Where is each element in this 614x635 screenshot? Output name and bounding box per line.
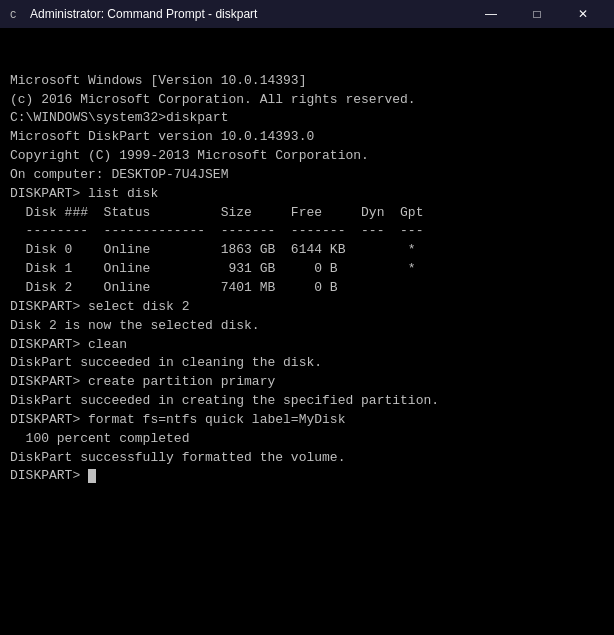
svg-text:C: C	[10, 9, 16, 21]
console-line: Microsoft Windows [Version 10.0.14393]	[10, 72, 604, 91]
title-bar: C Administrator: Command Prompt - diskpa…	[0, 0, 614, 28]
console-line: DISKPART> select disk 2	[10, 298, 604, 317]
window: C Administrator: Command Prompt - diskpa…	[0, 0, 614, 635]
console-line: DiskPart succeeded in creating the speci…	[10, 392, 604, 411]
console-line: DISKPART> clean	[10, 336, 604, 355]
console-line: Disk 0 Online 1863 GB 6144 KB *	[10, 241, 604, 260]
console-line: Disk 2 is now the selected disk.	[10, 317, 604, 336]
close-button[interactable]: ✕	[560, 0, 606, 28]
console-line: DISKPART> format fs=ntfs quick label=MyD…	[10, 411, 604, 430]
console-line: On computer: DESKTOP-7U4JSEM	[10, 166, 604, 185]
console-line: Copyright (C) 1999-2013 Microsoft Corpor…	[10, 147, 604, 166]
console-line: Disk ### Status Size Free Dyn Gpt	[10, 204, 604, 223]
console-line: C:\WINDOWS\system32>diskpart	[10, 109, 604, 128]
console-line: DiskPart successfully formatted the volu…	[10, 449, 604, 468]
minimize-button[interactable]: —	[468, 0, 514, 28]
cmd-icon: C	[8, 6, 24, 22]
console-output[interactable]: Microsoft Windows [Version 10.0.14393](c…	[0, 28, 614, 635]
console-line: 100 percent completed	[10, 430, 604, 449]
maximize-button[interactable]: □	[514, 0, 560, 28]
console-line: -------- ------------- ------- ------- -…	[10, 222, 604, 241]
cursor	[88, 469, 96, 483]
console-line: DiskPart succeeded in cleaning the disk.	[10, 354, 604, 373]
console-line: Disk 2 Online 7401 MB 0 B	[10, 279, 604, 298]
console-line: Disk 1 Online 931 GB 0 B *	[10, 260, 604, 279]
console-line: DISKPART>	[10, 467, 604, 486]
console-line: Microsoft DiskPart version 10.0.14393.0	[10, 128, 604, 147]
window-title: Administrator: Command Prompt - diskpart	[30, 7, 468, 21]
console-line: DISKPART> list disk	[10, 185, 604, 204]
window-controls: — □ ✕	[468, 0, 606, 28]
console-line: DISKPART> create partition primary	[10, 373, 604, 392]
console-line: (c) 2016 Microsoft Corporation. All righ…	[10, 91, 604, 110]
